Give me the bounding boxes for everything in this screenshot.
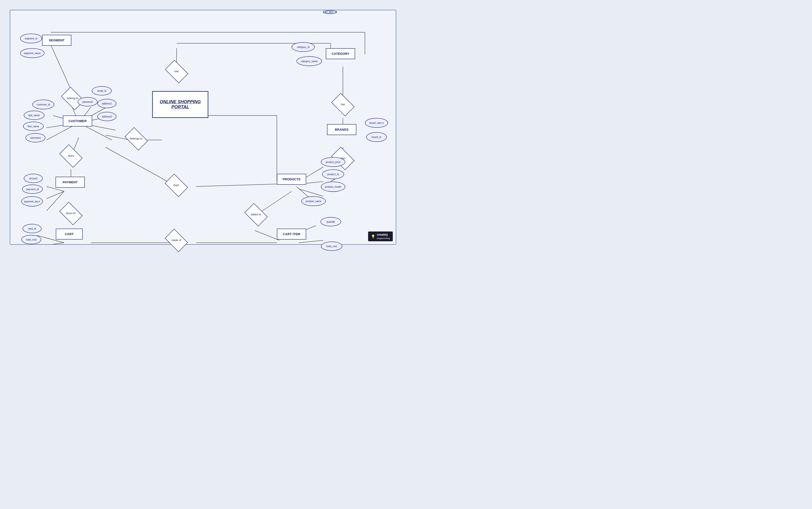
relationship-does: does — [60, 148, 82, 163]
entity-brands: BRANDS — [327, 124, 356, 135]
attr-first-name: first_name — [23, 122, 44, 131]
attr-quantity: quantity — [321, 217, 341, 226]
entity-category: CATEGORY — [326, 48, 355, 59]
attr-cart-item-id: cart_item_id — [323, 10, 337, 14]
attr-category-id: category_id — [292, 42, 315, 52]
attr-address2: address2 — [97, 112, 116, 121]
svg-line-38 — [196, 184, 277, 186]
svg-line-33 — [299, 240, 323, 243]
relationship-belongs-to: belongs to — [125, 131, 147, 146]
attr-total-cost-cart: total_cost — [21, 235, 41, 244]
attr-username: username — [26, 133, 45, 142]
relationship-has-brands: has — [332, 97, 354, 112]
attr-product-id: product_id — [322, 169, 344, 179]
entity-segment: SEGMENT — [42, 35, 71, 46]
relationship-buys: buys — [165, 178, 187, 193]
svg-line-0 — [51, 44, 73, 94]
attr-category-name: category_name — [296, 56, 322, 66]
attr-amount: amount — [24, 174, 43, 183]
relationship-made-of: made of — [165, 233, 187, 248]
attr-payment-id: payment_id — [22, 184, 43, 194]
attr-email-id: email_id — [92, 86, 112, 96]
svg-line-24 — [46, 191, 64, 199]
attr-address1: address1 — [97, 99, 116, 108]
attr-segment-name: segment_name — [20, 48, 44, 58]
attr-total-cost-ci: total_cost — [321, 241, 342, 251]
svg-line-36 — [255, 231, 279, 240]
attr-product-model: product_model — [321, 181, 345, 192]
attr-segment-id: segment_id — [20, 34, 42, 43]
attr-customer-id: customer_id — [32, 100, 54, 109]
bulb-icon: 💡 — [371, 234, 375, 238]
entity-products: PRODUCTS — [277, 174, 306, 185]
main-title: ONLINE SHOPPING PORTAL — [152, 91, 208, 118]
svg-line-41 — [299, 189, 323, 196]
attr-password: password — [77, 97, 98, 106]
relationship-has-top: has — [165, 64, 188, 79]
relationship-done-for: done for — [60, 206, 82, 221]
attr-product-price: product_price — [321, 157, 345, 167]
attr-product-name: product_name — [301, 196, 326, 206]
attr-card-id: card_id — [23, 224, 42, 233]
relationship-added-to: added to — [245, 207, 267, 222]
attr-brand-id: brand_id — [366, 132, 387, 142]
entity-cart-item: CART ITEM — [277, 229, 306, 240]
entity-payment: PAYMENT — [56, 177, 85, 188]
entity-cart: CART — [56, 229, 83, 240]
attr-payment-type: payment_typ e — [21, 196, 43, 207]
diagram-canvas: ONLINE SHOPPING PORTAL SEGMENT segment_i… — [10, 10, 396, 245]
attr-brand-name: brand_nam e — [365, 118, 388, 128]
entity-customer: CUSTOMER — [63, 115, 92, 127]
svg-line-29 — [37, 243, 64, 244]
attr-last-name: last_name — [24, 111, 44, 120]
creately-badge: 💡 createlyDiagramming — [368, 232, 393, 241]
